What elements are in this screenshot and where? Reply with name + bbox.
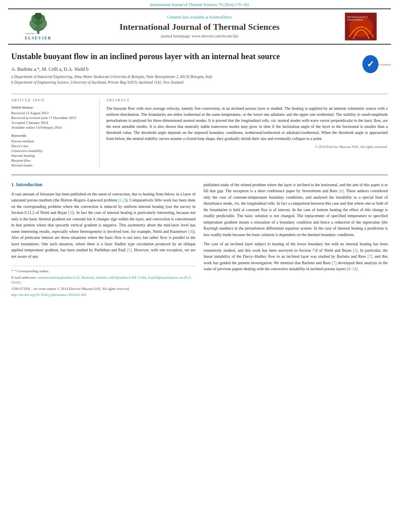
- keywords-heading: Keywords:: [11, 134, 93, 138]
- svg-text:International Journal of: International Journal of: [347, 16, 368, 18]
- authors-text: A. Barletta a,*, M. Celli a, D.A. Nield …: [11, 66, 88, 72]
- ref-7[interactable]: [7]: [368, 254, 372, 259]
- corresponding-author-label: * * Corresponding author.: [11, 269, 195, 274]
- ref-6[interactable]: [6]: [339, 189, 344, 193]
- crossmark-label: CrossMark: [378, 63, 391, 66]
- article-history: Article history: Received 12 August 2013…: [11, 105, 93, 129]
- received-revised-text: Received in revised form 17 December 201…: [11, 116, 76, 120]
- keyword-4: Internal heating: [11, 154, 93, 158]
- crossmark-logo: ✓ CrossMark: [366, 53, 388, 75]
- keyword-5: Buoyant flow: [11, 158, 93, 162]
- article-title: Unstable buoyant flow in an inclined por…: [11, 51, 360, 62]
- elsevier-logo: ELSEVIER ELSEVIER: [24, 13, 52, 40]
- keyword-1: Porous medium: [11, 139, 93, 143]
- ref-5[interactable]: [5]: [127, 248, 132, 252]
- svg-text:Thermal Sciences: Thermal Sciences: [347, 18, 364, 21]
- contents-label: Contents lists available at: [167, 15, 208, 19]
- article-info-panel: ARTICLE INFO Article history: Received 1…: [11, 98, 100, 168]
- ref-4[interactable]: [4]: [188, 229, 193, 234]
- content-divider: [11, 175, 388, 175]
- ref-3b[interactable]: [3]: [353, 248, 358, 253]
- elsevier-brand: ELSEVIER: [25, 36, 52, 40]
- svg-text:ELSEVIER: ELSEVIER: [26, 33, 35, 35]
- ref-8-14[interactable]: [8–14]: [347, 267, 358, 271]
- issn-footnote: 1290-0729/$ – see front matter © 2014 El…: [11, 286, 195, 292]
- ref-3[interactable]: [3]: [68, 210, 73, 215]
- authors: A. Barletta a,*, M. Celli a, D.A. Nield …: [11, 66, 360, 72]
- left-column: 1. Introduction A vast amount of literat…: [11, 182, 195, 299]
- received-revised-date: Received in revised form 17 December 201…: [11, 116, 93, 120]
- article-info-abstract: ARTICLE INFO Article history: Received 1…: [11, 94, 388, 168]
- page: International Journal of Thermal Science…: [0, 0, 399, 532]
- ref-7b[interactable]: [7]: [332, 261, 337, 265]
- intro-title: Introduction: [16, 182, 42, 187]
- journal-header-left: ELSEVIER ELSEVIER: [16, 13, 60, 40]
- article-info-label: ARTICLE INFO: [11, 98, 93, 102]
- two-column-body: 1. Introduction A vast amount of literat…: [11, 182, 388, 299]
- journal-header-center: Contents lists available at ScienceDirec…: [60, 15, 339, 38]
- journal-header: ELSEVIER ELSEVIER Contents lists availab…: [8, 8, 391, 45]
- affiliation-b: b Department of Engineering Science, Uni…: [11, 80, 360, 85]
- journal-homepage: journal homepage: www.elsevier.com/locat…: [60, 34, 339, 38]
- journal-citation: International Journal of Thermal Science…: [150, 2, 249, 7]
- received-text: Received 12 August 2013: [11, 111, 49, 115]
- abstract-text: The buoyant flow with zero average veloc…: [106, 105, 388, 142]
- intro-paragraph-2: published study of the related problem w…: [204, 182, 388, 238]
- crossmark-icon: ✓: [362, 56, 378, 72]
- history-heading: Article history:: [11, 105, 93, 109]
- available-date: Available online 14 February 2014: [11, 125, 93, 129]
- intro-paragraph-1: A vast amount of literature has been pub…: [11, 191, 195, 260]
- corresponding-text: * Corresponding author.: [14, 269, 49, 273]
- abstract-label: ABSTRACT: [106, 98, 388, 102]
- journal-cover-art: International Journal of Thermal Science…: [345, 13, 377, 41]
- received-date: Received 12 August 2013: [11, 111, 93, 115]
- issn-text: 1290-0729/$ – see front matter © 2014 El…: [11, 287, 130, 291]
- article-title-text: Unstable buoyant flow in an inclined por…: [11, 51, 360, 86]
- abstract-section: ABSTRACT The buoyant flow with zero aver…: [100, 98, 388, 168]
- corresponding-star: *: [11, 269, 14, 273]
- elsevier-tree-icon: ELSEVIER: [24, 13, 52, 35]
- intro-number: 1.: [11, 182, 15, 187]
- email-footnote: E-mail addresses: antonio.barletta@unibo…: [11, 275, 195, 285]
- sciencedirect-name[interactable]: ScienceDirect: [209, 15, 232, 19]
- crossmark-circle: ✓: [362, 55, 378, 73]
- doi-footnote[interactable]: http://dx.doi.org/10.1016/j.ijthermalsci…: [11, 292, 195, 298]
- keyword-6: Normal modes: [11, 163, 93, 167]
- available-text: Available online 14 February 2014: [11, 125, 62, 129]
- keywords-section: Keywords: Porous medium Darcy's law Conv…: [11, 134, 93, 167]
- journal-citation-bar: International Journal of Thermal Science…: [0, 0, 399, 8]
- accepted-text: Accepted 3 January 2014: [11, 121, 48, 125]
- copyright: © 2014 Elsevier Masson SAS. All rights r…: [106, 145, 388, 149]
- affiliations: a Department of Industrial Engineering, …: [11, 74, 360, 86]
- right-column: published study of the related problem w…: [204, 182, 388, 299]
- email-label: E-mail addresses:: [11, 275, 37, 279]
- journal-title: International Journal of Thermal Science…: [60, 22, 339, 32]
- affiliation-a: a Department of Industrial Engineering, …: [11, 74, 360, 80]
- article-title-section: Unstable buoyant flow in an inclined por…: [11, 51, 388, 90]
- intro-paragraph-3: The case of an inclined layer subject to…: [204, 241, 388, 272]
- journal-cover-image: International Journal of Thermal Science…: [345, 12, 377, 41]
- footnote-section: * * Corresponding author. E-mail address…: [11, 266, 195, 298]
- journal-header-right: International Journal of Thermal Science…: [339, 12, 383, 41]
- ref-1-2[interactable]: [1,2]: [118, 198, 126, 202]
- sciencedirect-link[interactable]: Contents lists available at ScienceDirec…: [60, 15, 339, 19]
- keyword-2: Darcy's law: [11, 144, 93, 148]
- email-addresses[interactable]: antonio.barletta@unibo.it (A. Barletta),…: [11, 275, 192, 285]
- intro-heading: 1. Introduction: [11, 182, 195, 188]
- svg-text:✓: ✓: [367, 59, 374, 69]
- keyword-3: Convective instability: [11, 149, 93, 153]
- accepted-date: Accepted 3 January 2014: [11, 121, 93, 125]
- main-content: Unstable buoyant flow in an inclined por…: [0, 45, 399, 305]
- doi-link[interactable]: http://dx.doi.org/10.1016/j.ijthermalsci…: [11, 293, 86, 297]
